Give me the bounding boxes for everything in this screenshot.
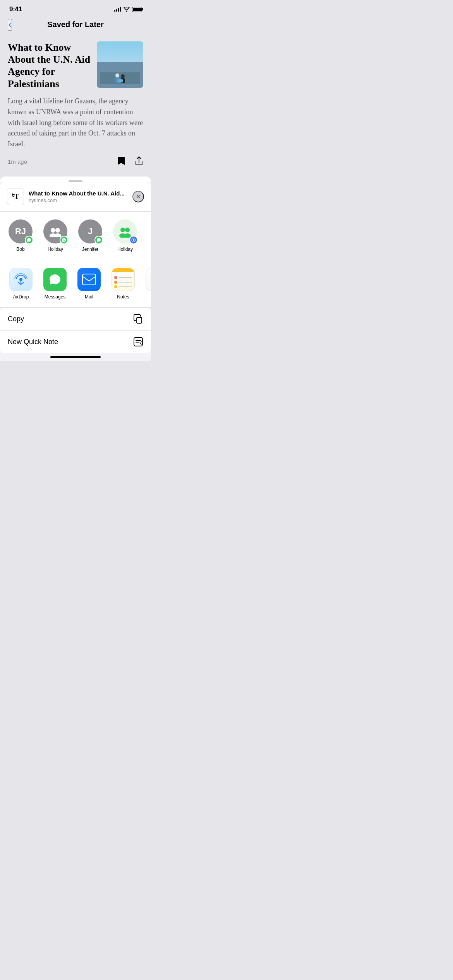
nav-header: ‹ Saved for Later xyxy=(0,15,151,34)
contact-bob-initials: RJ xyxy=(15,226,26,236)
app-airdrop[interactable]: AirDrop xyxy=(7,268,35,300)
article-title: What to Know About the U.N. Aid Agency f… xyxy=(8,41,91,90)
quick-note-icon xyxy=(133,337,143,347)
contact-holiday-1-avatar xyxy=(43,219,67,243)
notes-header xyxy=(112,268,134,272)
group-icon xyxy=(48,226,62,237)
notes-lines xyxy=(112,268,134,291)
app-reminder[interactable]: Re... xyxy=(143,268,151,300)
site-icon: ᵗ T xyxy=(7,188,24,205)
contact-holiday-1[interactable]: Holiday xyxy=(42,219,69,252)
copy-icon xyxy=(133,314,143,324)
svg-point-5 xyxy=(51,228,55,233)
contact-jennifer-initials: J xyxy=(88,226,93,236)
article-time: 1m ago xyxy=(8,158,27,165)
contact-bob-name: Bob xyxy=(16,247,24,252)
svg-point-2 xyxy=(121,74,125,78)
share-preview-url: nytimes.com xyxy=(29,197,132,203)
wifi-icon xyxy=(124,7,130,12)
svg-rect-16 xyxy=(82,274,96,285)
app-notes[interactable]: Notes xyxy=(109,268,137,300)
share-preview-text: What to Know About the U.N. Aid... nytim… xyxy=(29,190,132,203)
contact-jennifer-name: Jennifer xyxy=(82,247,99,252)
svg-point-10 xyxy=(125,228,130,232)
close-icon: ✕ xyxy=(136,194,141,200)
contacts-row: RJ Bob xyxy=(0,212,151,260)
contact-holiday-2[interactable]: Holiday xyxy=(112,219,139,252)
contact-holiday-2-name: Holiday xyxy=(117,247,133,252)
share-sheet: ᵗ T What to Know About the U.N. Aid... n… xyxy=(0,176,151,361)
quick-note-label: New Quick Note xyxy=(8,338,58,346)
action-rows: Copy New Quick Note xyxy=(0,308,151,353)
battery-icon xyxy=(132,7,142,12)
status-bar: 9:41 xyxy=(0,0,151,15)
app-mail[interactable]: Mail xyxy=(75,268,103,300)
messages-icon xyxy=(27,238,31,242)
notes-app-icon xyxy=(112,268,135,291)
contact-jennifer[interactable]: J Jennifer xyxy=(77,219,104,252)
thumbnail-scene xyxy=(110,72,130,86)
share-icon xyxy=(135,156,143,166)
reminder-app-icon xyxy=(146,268,151,291)
messages-badge xyxy=(25,236,33,244)
group-icon-2 xyxy=(118,225,132,238)
contact-bob-avatar: RJ xyxy=(9,219,33,243)
contact-jennifer-avatar: J xyxy=(78,219,102,243)
messages-label: Messages xyxy=(45,294,66,300)
article-description: Long a vital lifeline for Gazans, the ag… xyxy=(8,96,143,150)
status-time: 9:41 xyxy=(9,5,22,13)
article-card: What to Know About the U.N. Aid Agency f… xyxy=(0,34,151,173)
messages-icon-2 xyxy=(96,238,101,242)
bookmark-button[interactable] xyxy=(117,156,125,167)
home-bar xyxy=(50,356,101,358)
copy-label: Copy xyxy=(8,315,24,323)
article-actions xyxy=(117,156,143,167)
signal-icon xyxy=(114,7,121,12)
mail-symbol xyxy=(82,273,96,286)
app-messages[interactable]: Messages xyxy=(41,268,69,300)
bookmark-icon xyxy=(117,156,125,166)
mail-label: Mail xyxy=(85,294,93,300)
share-preview-title: What to Know About the U.N. Aid... xyxy=(29,190,132,197)
home-indicator xyxy=(0,353,151,361)
airdrop-symbol xyxy=(14,272,28,287)
reminder-symbol xyxy=(150,272,151,287)
apps-row: AirDrop Messages Mail xyxy=(0,260,151,308)
back-button[interactable]: ‹ xyxy=(8,19,12,31)
svg-point-6 xyxy=(55,228,60,233)
svg-point-0 xyxy=(115,74,119,78)
quick-note-action[interactable]: New Quick Note xyxy=(0,331,151,353)
contact-holiday-2-avatar xyxy=(113,219,137,243)
status-icons xyxy=(114,7,142,12)
notes-label: Notes xyxy=(117,294,129,300)
svg-rect-23 xyxy=(137,317,142,323)
airdrop-label: AirDrop xyxy=(13,294,29,300)
signal-icon xyxy=(131,238,136,242)
whatsapp-badge xyxy=(60,236,68,244)
article-header: What to Know About the U.N. Aid Agency f… xyxy=(8,41,143,90)
whatsapp-icon xyxy=(62,238,66,242)
airdrop-icon xyxy=(9,268,33,291)
mail-app-icon xyxy=(77,268,101,291)
contact-bob[interactable]: RJ Bob xyxy=(7,219,34,252)
share-button[interactable] xyxy=(135,156,143,167)
svg-rect-4 xyxy=(118,79,123,82)
article-thumbnail xyxy=(97,41,143,88)
share-preview: ᵗ T What to Know About the U.N. Aid... n… xyxy=(0,182,151,212)
share-close-button[interactable]: ✕ xyxy=(132,191,144,202)
page-title: Saved for Later xyxy=(47,20,104,29)
article-meta: 1m ago xyxy=(8,156,143,167)
svg-point-9 xyxy=(120,228,125,232)
messages-app-icon xyxy=(43,268,67,291)
contact-holiday-1-name: Holiday xyxy=(48,247,63,252)
svg-point-13 xyxy=(133,239,134,241)
messages-badge-2 xyxy=(94,236,103,244)
copy-action[interactable]: Copy xyxy=(0,308,151,331)
messages-symbol xyxy=(48,272,62,287)
signal-badge xyxy=(129,236,138,244)
